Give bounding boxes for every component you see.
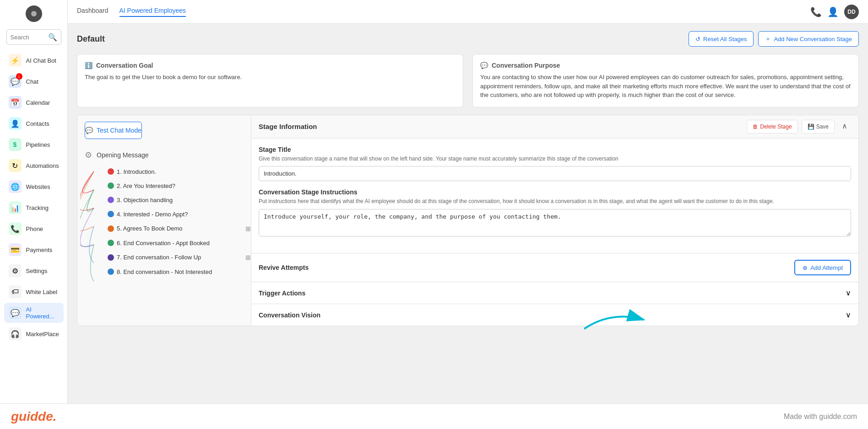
stage-item-label: 1. Introduction. [117,168,251,175]
add-new-conversation-stage-button[interactable]: ＋ Add New Conversation Stage [758,31,859,47]
delete-stage-button[interactable]: 🗑 Delete Stage [747,120,797,134]
trigger-actions-accordion[interactable]: Trigger Actions ∨ [251,282,858,304]
page-title: Default [77,34,105,44]
white-label-icon: 🏷 [9,285,22,298]
sidebar-item-phone[interactable]: 📞 Phone [4,219,64,239]
sidebar-label-phone: Phone [26,225,43,232]
search-icon: 🔍 [48,33,57,42]
conversation-vision-label: Conversation Vision [259,311,320,319]
test-chat-mode-button[interactable]: 💬 Test Chat Mode [85,122,142,139]
sidebar-item-chat[interactable]: 💬 Chat 1 [4,71,64,91]
user-topnav-icon[interactable]: 👤 [827,6,839,17]
calendar-icon: 📅 [9,96,22,109]
top-navigation: Dashboard AI Powered Employees 📞 👤 DD [68,0,868,24]
user-avatar[interactable]: DD [844,5,859,19]
ai-chat-bot-icon: ⚡ [9,54,22,67]
search-input[interactable] [11,34,45,41]
search-box[interactable]: 🔍 [6,29,61,45]
stage-list-item[interactable]: 4. Interested - Demo Appt? [94,207,251,221]
gear-icon: ⚙ [85,150,92,160]
stage-list-item[interactable]: 2. Are You Interested? [94,179,251,193]
middle-section: 💬 Test Chat Mode ⚙ Opening Message [77,115,859,327]
goal-card-header: ℹ️ Conversation Goal [85,62,456,69]
ai-powered-icon: 💬 [9,306,22,319]
sidebar-item-white-label[interactable]: 🏷 White Label [4,282,64,302]
stage-item-label: 2. Are You Interested? [117,182,251,189]
plus-circle-icon: ⊕ [803,264,808,271]
tab-ai-powered-employees[interactable]: AI Powered Employees [119,7,186,17]
stage-list-item[interactable]: 3. Objection handling [94,193,251,207]
stage-action-icon: ⊞ [245,225,251,232]
made-with-text: Made with guidde.com [784,413,857,421]
stage-instructions-textarea[interactable]: Introduce yourself, your role, the compa… [259,209,851,236]
stage-instructions-section: Conversation Stage Instructions Put inst… [259,188,851,238]
stage-list-item[interactable]: 7. End conversation - Follow Up⊞ [94,250,251,265]
purpose-card-text: You are contacting to show the user how … [480,73,851,100]
sidebar-item-payments[interactable]: 💳 Payments [4,240,64,260]
settings-icon: ⚙ [9,264,22,277]
nav-actions: 📞 👤 DD [810,5,859,19]
sidebar-item-marketplace[interactable]: 🎧 MarketPlace [4,324,64,344]
stage-list-item[interactable]: 6. End Conversation - Appt Booked [94,236,251,250]
goal-card-text: The goal is to get the User to book a de… [85,73,456,82]
sidebar-item-tracking[interactable]: 📊 Tracking [4,198,64,218]
stage-dot [108,225,114,232]
sidebar-item-contacts[interactable]: 👤 Contacts [4,113,64,134]
stage-title-input[interactable] [259,166,851,181]
sidebar-label-pipelines: Pipelines [26,141,50,148]
stage-info-header: Stage Information 🗑 Delete Stage 💾 Save … [251,115,858,139]
automations-icon: ↻ [9,159,22,172]
sidebar-item-ai-chat-bot[interactable]: ⚡ AI Chat Bot [4,50,64,70]
sidebar-item-settings[interactable]: ⚙ Settings [4,261,64,281]
sidebar-label-ai-chat-bot: AI Chat Bot [26,57,56,64]
stage-item-label: 6. End Conversation - Appt Booked [117,240,251,247]
stage-dot [108,168,114,175]
conversation-goal-card: ℹ️ Conversation Goal The goal is to get … [77,54,463,107]
stages-list-container: 1. Introduction.2. Are You Interested?3.… [85,165,251,286]
sidebar-label-calendar: Calendar [26,99,50,106]
contacts-icon: 👤 [9,117,22,130]
chat-badge: 1 [16,73,22,80]
sidebar-item-pipelines[interactable]: $ Pipelines [4,134,64,155]
conversation-vision-accordion[interactable]: Conversation Vision ∨ [251,304,858,326]
add-attempt-button[interactable]: ⊕ Add Attempt [794,260,851,275]
stage-list-item[interactable]: 5. Agrees To Book Demo⊞ [94,221,251,236]
stage-item-label: 8. End conversation - Not Interested [117,268,251,275]
pipelines-icon: $ [9,138,22,151]
stage-dot [108,182,114,189]
stage-title-label: Stage Title [259,146,851,153]
sidebar-item-calendar[interactable]: 📅 Calendar [4,92,64,113]
sidebar-label-settings: Settings [26,268,48,274]
stage-header-buttons: 🗑 Delete Stage 💾 Save ∧ [747,120,851,134]
stage-dot [108,240,114,246]
stage-list-item[interactable]: 8. End conversation - Not Interested [94,265,251,279]
reset-all-stages-button[interactable]: ↺ Reset All Stages [689,31,754,47]
phone-topnav-icon[interactable]: 📞 [810,6,822,17]
sidebar-label-chat: Chat [26,78,38,85]
save-icon: 💾 [808,123,814,130]
tab-dashboard[interactable]: Dashboard [77,7,108,17]
marketplace-icon: 🎧 [9,327,22,340]
stage-info-body: Stage Title Give this conversation stage… [251,139,858,253]
stage-item-label: 3. Objection handling [117,197,251,204]
purpose-icon: 💬 [480,62,488,69]
collapse-button[interactable]: ∧ [838,120,851,133]
page-header: Default ↺ Reset All Stages ＋ Add New Con… [77,31,859,47]
stage-action-icon: ⊞ [245,254,251,261]
opening-message-row[interactable]: ⚙ Opening Message [77,145,251,165]
trigger-actions-label: Trigger Actions [259,290,305,297]
guidde-logo: guidde. [11,409,57,424]
header-buttons: ↺ Reset All Stages ＋ Add New Conversatio… [689,31,859,47]
trash-icon: 🗑 [753,123,758,130]
sidebar-item-automations[interactable]: ↻ Automations [4,156,64,176]
stage-list-item[interactable]: 1. Introduction. [94,165,251,179]
purpose-card-header: 💬 Conversation Purpose [480,62,851,69]
stage-title-desc: Give this conversation stage a name that… [259,155,851,163]
save-stage-button[interactable]: 💾 Save [802,120,835,134]
stages-panel: 💬 Test Chat Mode ⚙ Opening Message [77,115,251,326]
sidebar-item-ai-powered[interactable]: 💬 AI Powered... [4,303,64,323]
stage-dot [108,268,114,275]
sidebar-item-websites[interactable]: 🌐 Websites [4,177,64,197]
sidebar-label-white-label: White Label [26,289,58,295]
info-icon: ℹ️ [85,62,92,69]
